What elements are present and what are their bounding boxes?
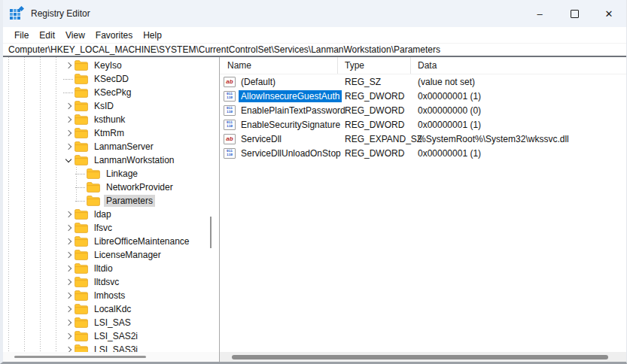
- tree-item[interactable]: LocalKdc: [3, 302, 219, 316]
- tree-item[interactable]: lltdio: [3, 262, 219, 275]
- chevron-icon[interactable]: [75, 167, 87, 180]
- tree-item-label: LSI_SAS: [92, 317, 133, 329]
- value-type-icon: 011 110: [224, 91, 236, 102]
- chevron-icon[interactable]: [62, 262, 75, 275]
- folder-icon: [75, 331, 88, 341]
- close-icon: ✕: [605, 8, 613, 20]
- chevron-icon[interactable]: [62, 275, 75, 289]
- folder-icon: [75, 304, 88, 314]
- chevron-icon[interactable]: [62, 316, 75, 329]
- chevron-icon[interactable]: [75, 180, 87, 194]
- maximize-button[interactable]: [557, 0, 592, 27]
- chevron-icon[interactable]: [62, 140, 75, 153]
- menu-help[interactable]: Help: [138, 29, 167, 42]
- registry-value-row[interactable]: 011 110 EnablePlainTextPassword REG_DWOR…: [220, 103, 626, 117]
- tree-item-label: KeyIso: [92, 59, 124, 71]
- column-header-data[interactable]: Data: [411, 57, 626, 74]
- column-header-type[interactable]: Type: [338, 57, 411, 74]
- registry-value-row[interactable]: 011 110 AllowInsecureGuestAuth REG_DWORD…: [220, 89, 626, 103]
- tree-horizontal-scrollbar[interactable]: [3, 352, 219, 362]
- tree-item[interactable]: LanmanWorkstation: [3, 153, 219, 167]
- tree-item[interactable]: Parameters: [3, 194, 219, 208]
- folder-icon: [75, 101, 88, 111]
- tree-item-label: lmhosts: [92, 290, 127, 302]
- values-column-header: Name Type Data: [220, 57, 626, 74]
- chevron-icon[interactable]: [62, 86, 75, 99]
- chevron-icon[interactable]: [62, 235, 75, 248]
- tree-item[interactable]: lfsvc: [3, 221, 219, 235]
- value-type-icon: ab: [224, 134, 236, 144]
- value-data: 0x00000000 (0): [411, 105, 626, 116]
- values-horizontal-scrollbar[interactable]: [220, 352, 626, 362]
- chevron-icon[interactable]: [62, 221, 75, 235]
- folder-icon: [75, 250, 88, 260]
- minimize-button[interactable]: –: [522, 0, 557, 27]
- chevron-icon[interactable]: [62, 208, 75, 221]
- tree-item-label: ksthunk: [92, 114, 127, 126]
- minimize-icon: –: [537, 8, 542, 20]
- values-horizontal-scrollbar-thumb[interactable]: [232, 355, 608, 359]
- address-bar[interactable]: Computer\HKEY_LOCAL_MACHINE\SYSTEM\Curre…: [3, 43, 626, 56]
- tree-item-label: KsID: [92, 100, 116, 112]
- registry-value-row[interactable]: ab (Default) REG_SZ (value not set): [220, 74, 626, 89]
- menu-bar: File Edit View Favorites Help: [3, 27, 626, 43]
- tree-item[interactable]: lltdsvc: [3, 275, 219, 289]
- tree-item[interactable]: lmhosts: [3, 289, 219, 302]
- chevron-icon[interactable]: [62, 248, 75, 262]
- menu-view[interactable]: View: [60, 29, 90, 42]
- chevron-icon[interactable]: [75, 194, 87, 208]
- value-name: AllowInsecureGuestAuth: [239, 90, 342, 102]
- chevron-icon[interactable]: [62, 72, 75, 86]
- chevron-icon[interactable]: [62, 289, 75, 302]
- tree-vertical-scrollbar-thumb[interactable]: [210, 217, 212, 248]
- chevron-icon[interactable]: [62, 153, 75, 167]
- registry-tree-pane: KeyIso KSecDD KSecPkg KsID ksthunk: [3, 57, 220, 362]
- chevron-icon[interactable]: [62, 329, 75, 343]
- tree-item[interactable]: KSecPkg: [3, 86, 219, 99]
- tree-item-label: LanmanServer: [92, 141, 156, 153]
- menu-favorites[interactable]: Favorites: [90, 29, 138, 42]
- tree-item[interactable]: LSI_SAS3i: [3, 343, 219, 352]
- tree-item[interactable]: LicenseManager: [3, 248, 219, 262]
- tree-item[interactable]: KSecDD: [3, 72, 219, 86]
- folder-icon: [75, 87, 88, 98]
- tree-item[interactable]: KsID: [3, 99, 219, 113]
- menu-edit[interactable]: Edit: [34, 29, 60, 42]
- close-button[interactable]: ✕: [592, 0, 626, 27]
- value-type-icon: ab: [224, 77, 236, 87]
- column-header-name[interactable]: Name: [220, 57, 338, 74]
- value-name-cell: 011 110 EnablePlainTextPassword: [220, 105, 338, 117]
- tree-item[interactable]: LanmanServer: [3, 140, 219, 153]
- value-type-icon: 011 110: [224, 120, 236, 130]
- tree-item[interactable]: KeyIso: [3, 59, 219, 72]
- folder-icon: [75, 74, 88, 84]
- tree-item-label: LSI_SAS3i: [92, 344, 140, 352]
- registry-path: Computer\HKEY_LOCAL_MACHINE\SYSTEM\Curre…: [8, 44, 440, 55]
- chevron-icon[interactable]: [62, 99, 75, 113]
- value-type: REG_DWORD: [338, 91, 411, 102]
- tree-item[interactable]: ksthunk: [3, 113, 219, 126]
- tree-item-label: Parameters: [104, 195, 155, 207]
- tree-item-label: ldap: [92, 208, 114, 220]
- registry-value-row[interactable]: ab ServiceDll REG_EXPAND_SZ %SystemRoot%…: [220, 132, 626, 146]
- tree-item[interactable]: LSI_SAS2i: [3, 329, 219, 343]
- chevron-icon[interactable]: [62, 126, 75, 140]
- value-data: 0x00000001 (1): [411, 91, 626, 102]
- tree-item[interactable]: KtmRm: [3, 126, 219, 140]
- menu-file[interactable]: File: [9, 29, 34, 42]
- tree-item-label: LSI_SAS2i: [92, 330, 140, 342]
- chevron-icon[interactable]: [62, 343, 75, 352]
- chevron-icon[interactable]: [62, 59, 75, 72]
- tree-item[interactable]: Linkage: [3, 167, 219, 180]
- tree-item[interactable]: ldap: [3, 208, 219, 221]
- maximize-icon: [571, 10, 579, 18]
- registry-value-row[interactable]: 011 110 ServiceDllUnloadOnStop REG_DWORD…: [220, 146, 626, 160]
- chevron-icon[interactable]: [62, 302, 75, 316]
- chevron-icon[interactable]: [62, 113, 75, 126]
- tree-item[interactable]: NetworkProvider: [3, 180, 219, 194]
- tree-item[interactable]: LSI_SAS: [3, 316, 219, 329]
- registry-editor-app-icon: [10, 7, 23, 20]
- tree-item[interactable]: LibreOfficeMaintenance: [3, 235, 219, 248]
- tree-horizontal-scrollbar-thumb[interactable]: [14, 356, 146, 358]
- registry-value-row[interactable]: 011 110 EnableSecuritySignature REG_DWOR…: [220, 117, 626, 132]
